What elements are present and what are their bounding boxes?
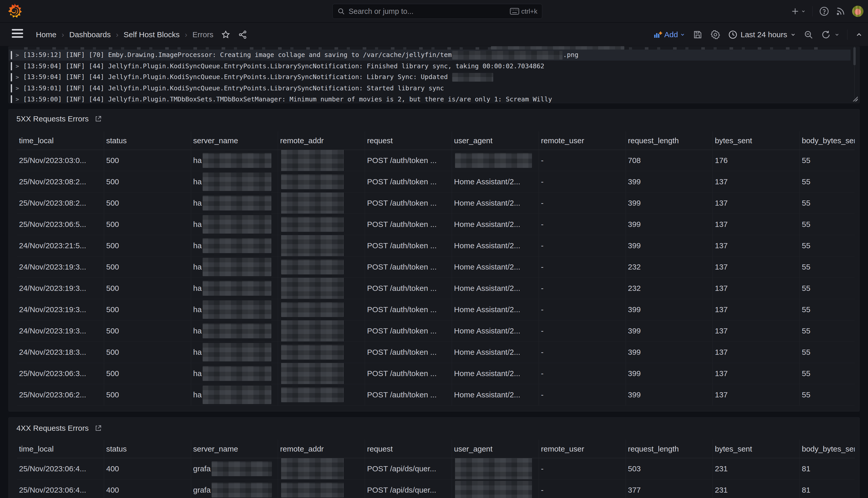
- column-header-time_local[interactable]: time_local: [17, 131, 104, 150]
- help-button[interactable]: [819, 6, 829, 16]
- divider: [847, 29, 847, 40]
- log-expand-chevron-icon[interactable]: >: [16, 74, 19, 80]
- panel-header[interactable]: 5XX Requests Errors: [16, 115, 102, 123]
- table-row: 24/Nov/2023:19:3...500haPOST /auth/token…: [17, 299, 855, 320]
- share-button[interactable]: [238, 30, 247, 39]
- clock-icon: [728, 30, 737, 39]
- breadcrumb-home[interactable]: Home: [36, 30, 56, 39]
- chevron-down-icon: [680, 32, 685, 37]
- table-cell: -: [539, 458, 626, 480]
- column-header-body_bytes_sent[interactable]: body_bytes_sent: [800, 131, 855, 150]
- save-dashboard-button[interactable]: [693, 30, 703, 40]
- external-link-icon[interactable]: [94, 424, 102, 432]
- table-cell: POST /auth/token ...: [365, 150, 452, 171]
- table-cell: [452, 150, 539, 171]
- column-header-remote_user[interactable]: remote_user: [539, 440, 626, 458]
- column-header-status[interactable]: status: [104, 440, 191, 458]
- column-header-request_length[interactable]: request_length: [626, 131, 713, 150]
- column-header-status[interactable]: status: [104, 131, 191, 150]
- rss-icon: [836, 6, 845, 16]
- table-cell: POST /auth/token ...: [365, 214, 452, 235]
- redacted-block: [281, 302, 344, 317]
- table-cell: 500: [104, 342, 191, 363]
- table-row: 25/Nov/2023:06:2...500haPOST /auth/token…: [17, 384, 855, 406]
- refresh-button[interactable]: [821, 30, 840, 40]
- redacted-block: [281, 278, 344, 299]
- add-button[interactable]: Add: [653, 30, 685, 39]
- table-cell: ha: [191, 257, 278, 278]
- table-cell: 24/Nov/2023:19:3...: [17, 299, 104, 320]
- log-expand-chevron-icon[interactable]: >: [16, 96, 19, 102]
- panel-header[interactable]: 4XX Requests Errors: [16, 424, 102, 433]
- log-lines: >[13:59:12] [INF] [70] Emby.Drawing.Imag…: [9, 46, 859, 103]
- table-row: 25/Nov/2023:08:2...500haPOST /auth/token…: [17, 171, 855, 193]
- redacted-block: [203, 281, 271, 296]
- dashboard-settings-button[interactable]: [710, 29, 720, 40]
- favorite-star-button[interactable]: [221, 30, 230, 39]
- zoom-out-button[interactable]: [804, 30, 813, 40]
- table-cell: POST /auth/token ...: [365, 342, 452, 363]
- table-cell: Home Assistant/2...: [452, 320, 539, 342]
- redacted-block: [281, 320, 344, 342]
- search-icon: [337, 8, 345, 15]
- column-header-user_agent[interactable]: user_agent: [452, 440, 539, 458]
- log-row: >[13:59:01] [INF] [44] Jellyfin.Plugin.K…: [9, 83, 859, 94]
- table-cell: 503: [626, 458, 713, 480]
- log-expand-chevron-icon[interactable]: >: [16, 63, 19, 69]
- log-row: >[13:59:04] [INF] [44] Jellyfin.Plugin.K…: [9, 71, 859, 83]
- table-cell: 399: [626, 342, 713, 363]
- redacted-block: [281, 388, 344, 402]
- panel-resize-handle[interactable]: [852, 96, 858, 101]
- column-header-request_length[interactable]: request_length: [626, 440, 713, 458]
- grafana-logo[interactable]: [6, 3, 23, 20]
- redacted-block: [281, 260, 344, 274]
- table-cell: 399: [626, 193, 713, 214]
- table-cell: ha: [191, 171, 278, 193]
- column-header-server_name[interactable]: server_name: [191, 131, 278, 150]
- news-button[interactable]: [836, 6, 845, 16]
- table-cell: 81: [800, 458, 855, 480]
- column-header-bytes_sent[interactable]: bytes_sent: [713, 131, 800, 150]
- time-range-picker[interactable]: Last 24 hours: [728, 30, 796, 39]
- redacted-block: [281, 235, 344, 257]
- table-cell: 81: [800, 480, 855, 498]
- breadcrumb-dashboards[interactable]: Dashboards: [69, 30, 111, 39]
- column-header-request[interactable]: request: [365, 131, 452, 150]
- column-header-server_name[interactable]: server_name: [191, 440, 278, 458]
- panel-title: 5XX Requests Errors: [16, 115, 89, 123]
- column-header-remote_addr[interactable]: remote_addr: [278, 440, 365, 458]
- log-scrollbar-thumb[interactable]: [853, 47, 856, 65]
- external-link-icon[interactable]: [94, 115, 102, 123]
- table-cell: ha: [191, 299, 278, 320]
- redacted-block: [281, 217, 344, 232]
- panel-title: 4XX Requests Errors: [16, 424, 89, 433]
- new-button[interactable]: [791, 7, 806, 16]
- log-expand-chevron-icon[interactable]: >: [16, 52, 19, 58]
- table-cell: 137: [713, 278, 800, 299]
- column-header-user_agent[interactable]: user_agent: [452, 131, 539, 150]
- column-header-bytes_sent[interactable]: bytes_sent: [713, 440, 800, 458]
- table-cell: POST /auth/token ...: [365, 171, 452, 193]
- menu-toggle[interactable]: [12, 29, 23, 39]
- column-header-remote_addr[interactable]: remote_addr: [278, 131, 365, 150]
- chevron-down-icon: [801, 9, 806, 14]
- table-cell: 400: [104, 458, 191, 480]
- share-icon: [238, 30, 247, 39]
- redacted-block: [212, 461, 272, 476]
- avatar[interactable]: [852, 6, 863, 17]
- redacted-block: [203, 238, 271, 253]
- search-input[interactable]: Search or jump to... ctrl+k: [333, 4, 542, 19]
- collapse-controls-button[interactable]: [855, 31, 863, 39]
- log-expand-chevron-icon[interactable]: >: [16, 85, 19, 91]
- column-header-request[interactable]: request: [365, 440, 452, 458]
- save-icon: [693, 30, 703, 40]
- table-cell: Home Assistant/2...: [452, 299, 539, 320]
- table-cell: [278, 363, 365, 384]
- column-header-body_bytes_sent[interactable]: body_bytes_sent: [800, 440, 855, 458]
- table-cell: -: [539, 235, 626, 257]
- column-header-remote_user[interactable]: remote_user: [539, 131, 626, 150]
- redacted-block: [203, 258, 271, 276]
- column-header-time_local[interactable]: time_local: [17, 440, 104, 458]
- keyboard-icon: [510, 8, 519, 15]
- breadcrumb-self-host-blocks[interactable]: Self Host Blocks: [124, 30, 179, 39]
